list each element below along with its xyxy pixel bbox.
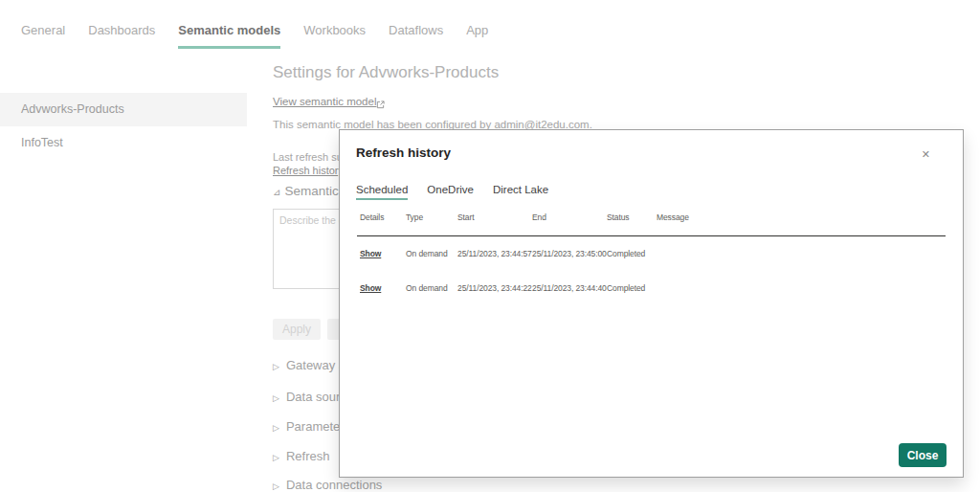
tab-onedrive[interactable]: OneDrive	[427, 184, 474, 200]
col-header-message: Message	[657, 212, 963, 222]
table-header-row: Details Type Start End Status Message	[340, 212, 963, 222]
tab-general[interactable]: General	[21, 23, 65, 49]
open-in-new-window-icon	[376, 96, 385, 113]
refresh-history-dialog: Refresh history ✕ Scheduled OneDrive Dir…	[339, 129, 964, 478]
apply-button[interactable]: Apply	[273, 319, 321, 340]
cell-start: 25/11/2023, 23:44:57	[457, 249, 532, 258]
tab-direct-lake[interactable]: Direct Lake	[493, 184, 548, 200]
table-row: Show On demand 25/11/2023, 23:44:22 25/1…	[340, 283, 963, 293]
show-details-link[interactable]: Show	[360, 249, 381, 258]
tab-dashboards[interactable]: Dashboards	[88, 23, 155, 49]
cell-end: 25/11/2023, 23:44:40	[532, 283, 607, 293]
settings-tab-bar: General Dashboards Semantic models Workb…	[21, 23, 488, 49]
col-header-details: Details	[360, 212, 406, 222]
sidebar-item-advworks-products[interactable]: Advworks-Products	[0, 93, 247, 126]
section-refresh[interactable]: ▷Refresh	[273, 449, 329, 463]
cell-start: 25/11/2023, 23:44:22	[457, 283, 532, 293]
table-header-divider	[357, 235, 946, 236]
collapsed-triangle-icon: ▷	[273, 481, 279, 491]
section-label: Data connections	[286, 478, 382, 492]
sidebar-item-infotest[interactable]: InfoTest	[0, 126, 247, 160]
col-header-start: Start	[457, 212, 532, 222]
tab-semantic-models[interactable]: Semantic models	[178, 23, 280, 49]
cell-end: 25/11/2023, 23:45:00	[532, 249, 607, 258]
col-header-type: Type	[406, 212, 457, 222]
tab-scheduled[interactable]: Scheduled	[356, 184, 408, 200]
col-header-end: End	[532, 212, 607, 222]
tab-workbooks[interactable]: Workbooks	[303, 23, 366, 49]
cell-status: Completed	[607, 249, 657, 258]
collapsed-triangle-icon: ▷	[273, 453, 279, 462]
collapsed-triangle-icon: ▷	[273, 362, 279, 371]
dialog-title: Refresh history	[356, 145, 451, 160]
tab-dataflows[interactable]: Dataflows	[389, 23, 443, 49]
cell-type: On demand	[406, 283, 457, 293]
cell-type: On demand	[406, 249, 457, 258]
close-icon[interactable]: ✕	[922, 149, 930, 160]
workspace-settings-page: General Dashboards Semantic models Workb…	[0, 0, 980, 492]
expanded-triangle-icon: ⊿	[273, 187, 280, 197]
collapsed-triangle-icon: ▷	[273, 423, 279, 433]
refresh-history-link[interactable]: Refresh history	[273, 165, 344, 176]
refresh-history-tab-bar: Scheduled OneDrive Direct Lake	[356, 184, 548, 200]
close-button[interactable]: Close	[899, 443, 947, 467]
section-data-connections[interactable]: ▷Data connections	[273, 478, 382, 492]
col-header-status: Status	[607, 212, 657, 222]
cell-message	[657, 249, 963, 258]
section-label: Refresh	[286, 449, 330, 463]
collapsed-triangle-icon: ▷	[273, 393, 279, 403]
cell-status: Completed	[607, 283, 657, 293]
cell-message	[657, 283, 963, 293]
model-list-sidebar: Advworks-Products InfoTest	[0, 93, 247, 160]
show-details-link[interactable]: Show	[360, 283, 381, 293]
tab-app[interactable]: App	[466, 23, 488, 49]
table-row: Show On demand 25/11/2023, 23:44:57 25/1…	[340, 249, 963, 258]
page-title: Settings for Advworks-Products	[273, 63, 499, 82]
view-semantic-model-link[interactable]: View semantic model	[273, 96, 376, 107]
